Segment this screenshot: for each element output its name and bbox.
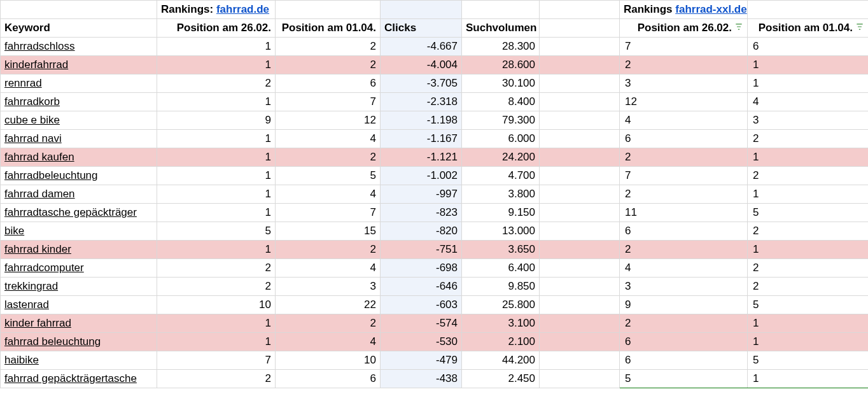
pos-a-2602-cell: 1 bbox=[157, 38, 276, 56]
keyword-cell[interactable]: trekkingrad bbox=[1, 278, 157, 296]
table-row: fahrrad beleuchtung14-5302.10061 bbox=[1, 333, 869, 351]
pos-a-0104-cell: 2 bbox=[276, 38, 381, 56]
table-row: fahrrad kinder12-7513.65021 bbox=[1, 241, 869, 259]
clicks-cell: -1.167 bbox=[381, 130, 462, 148]
empty-cell bbox=[540, 259, 620, 278]
volume-cell: 6.400 bbox=[462, 259, 540, 278]
rankings-table: Rankings: fahrrad.de Rankings fahrrad-xx… bbox=[0, 0, 868, 388]
header-pos-a-0104[interactable]: Position am 01.04. bbox=[276, 19, 381, 38]
pos-b-0104-cell: 2 bbox=[748, 259, 869, 278]
header-pos-b-2602[interactable]: Position am 26.02. bbox=[620, 19, 748, 38]
pos-b-2602-cell: 6 bbox=[620, 351, 748, 370]
site-a-link[interactable]: fahrrad.de bbox=[216, 3, 269, 15]
volume-cell: 8.400 bbox=[462, 93, 540, 111]
keyword-cell[interactable]: haibike bbox=[1, 351, 157, 370]
clicks-cell: -698 bbox=[381, 259, 462, 278]
pos-b-2602-cell: 6 bbox=[620, 333, 748, 351]
pos-a-0104-cell: 7 bbox=[276, 204, 381, 222]
pos-b-0104-cell: 1 bbox=[748, 314, 869, 333]
keyword-cell[interactable]: fahrradschloss bbox=[1, 38, 157, 56]
empty-cell bbox=[540, 148, 620, 167]
header-keyword[interactable]: Keyword bbox=[1, 19, 157, 38]
keyword-cell[interactable]: fahrrad navi bbox=[1, 130, 157, 148]
volume-cell: 28.300 bbox=[462, 38, 540, 56]
clicks-cell: -646 bbox=[381, 278, 462, 296]
header-pos-b-0104-label: Position am 01.04. bbox=[759, 22, 853, 34]
pos-b-0104-cell: 5 bbox=[748, 296, 869, 314]
empty-cell bbox=[540, 204, 620, 222]
pos-a-0104-cell: 6 bbox=[276, 74, 381, 93]
empty-cell bbox=[540, 370, 620, 388]
keyword-cell[interactable]: rennrad bbox=[1, 74, 157, 93]
pos-b-2602-cell: 9 bbox=[620, 296, 748, 314]
pos-b-2602-cell: 2 bbox=[620, 148, 748, 167]
keyword-cell[interactable]: fahrrad beleuchtung bbox=[1, 333, 157, 351]
clicks-cell: -479 bbox=[381, 351, 462, 370]
filter-icon[interactable] bbox=[855, 22, 864, 34]
empty-cell bbox=[276, 1, 381, 19]
empty-cell bbox=[381, 1, 462, 19]
empty-cell bbox=[540, 1, 620, 19]
keyword-cell[interactable]: kinder fahrrad bbox=[1, 314, 157, 333]
pos-a-2602-cell: 1 bbox=[157, 93, 276, 111]
table-row: fahrradbeleuchtung15-1.0024.70072 bbox=[1, 167, 869, 185]
table-row: lastenrad1022-60325.80095 bbox=[1, 296, 869, 314]
table-row: fahrradtasche gepäckträger17-8239.150115 bbox=[1, 204, 869, 222]
empty-cell bbox=[540, 185, 620, 204]
table-row: rennrad26-3.70530.10031 bbox=[1, 74, 869, 93]
pos-b-0104-cell: 6 bbox=[748, 38, 869, 56]
keyword-cell[interactable]: fahrradtasche gepäckträger bbox=[1, 204, 157, 222]
site-b-link[interactable]: fahrrad-xxl.de bbox=[675, 3, 746, 15]
pos-a-2602-cell: 1 bbox=[157, 241, 276, 259]
empty-cell bbox=[1, 1, 157, 19]
volume-cell: 3.100 bbox=[462, 314, 540, 333]
table-row: fahrradcomputer24-6986.40042 bbox=[1, 259, 869, 278]
pos-a-2602-cell: 1 bbox=[157, 204, 276, 222]
keyword-cell[interactable]: fahrradbeleuchtung bbox=[1, 167, 157, 185]
pos-a-2602-cell: 1 bbox=[157, 148, 276, 167]
header-pos-a-2602[interactable]: Position am 26.02. bbox=[157, 19, 276, 38]
keyword-cell[interactable]: kinderfahrrad bbox=[1, 56, 157, 74]
table-row: haibike710-47944.20065 bbox=[1, 351, 869, 370]
keyword-cell[interactable]: fahrrad gepäckträgertasche bbox=[1, 370, 157, 388]
clicks-cell: -1.121 bbox=[381, 148, 462, 167]
pos-b-2602-cell: 6 bbox=[620, 222, 748, 241]
pos-b-2602-cell: 2 bbox=[620, 314, 748, 333]
filter-icon[interactable] bbox=[734, 22, 743, 34]
empty-cell bbox=[540, 241, 620, 259]
rankings-site-a-header: Rankings: fahrrad.de bbox=[157, 1, 276, 19]
keyword-cell[interactable]: bike bbox=[1, 222, 157, 241]
header-pos-b-0104[interactable]: Position am 01.04. bbox=[748, 19, 869, 38]
keyword-cell[interactable]: fahrrad damen bbox=[1, 185, 157, 204]
table-row: cube e bike912-1.19879.30043 bbox=[1, 111, 869, 130]
volume-cell: 6.000 bbox=[462, 130, 540, 148]
pos-b-0104-cell: 1 bbox=[748, 333, 869, 351]
clicks-cell: -574 bbox=[381, 314, 462, 333]
keyword-cell[interactable]: lastenrad bbox=[1, 296, 157, 314]
keyword-cell[interactable]: cube e bike bbox=[1, 111, 157, 130]
pos-b-2602-cell: 4 bbox=[620, 259, 748, 278]
empty-cell bbox=[540, 167, 620, 185]
volume-cell: 79.300 bbox=[462, 111, 540, 130]
pos-b-0104-cell: 1 bbox=[748, 74, 869, 93]
empty-cell bbox=[540, 93, 620, 111]
table-row: kinder fahrrad12-5743.10021 bbox=[1, 314, 869, 333]
empty-cell bbox=[540, 111, 620, 130]
empty-cell bbox=[462, 1, 540, 19]
volume-cell: 24.200 bbox=[462, 148, 540, 167]
table-row: fahrrad gepäckträgertasche26-4382.45051 bbox=[1, 370, 869, 388]
pos-a-2602-cell: 1 bbox=[157, 167, 276, 185]
pos-a-2602-cell: 1 bbox=[157, 333, 276, 351]
pos-a-0104-cell: 6 bbox=[276, 370, 381, 388]
keyword-cell[interactable]: fahrrad kinder bbox=[1, 241, 157, 259]
pos-b-0104-cell: 4 bbox=[748, 93, 869, 111]
pos-b-0104-cell: 2 bbox=[748, 130, 869, 148]
keyword-cell[interactable]: fahrradcomputer bbox=[1, 259, 157, 278]
header-clicks[interactable]: Clicks bbox=[381, 19, 462, 38]
keyword-cell[interactable]: fahrrad kaufen bbox=[1, 148, 157, 167]
pos-a-0104-cell: 5 bbox=[276, 167, 381, 185]
clicks-cell: -823 bbox=[381, 204, 462, 222]
volume-cell: 30.100 bbox=[462, 74, 540, 93]
header-volume[interactable]: Suchvolumen bbox=[462, 19, 540, 38]
keyword-cell[interactable]: fahrradkorb bbox=[1, 93, 157, 111]
